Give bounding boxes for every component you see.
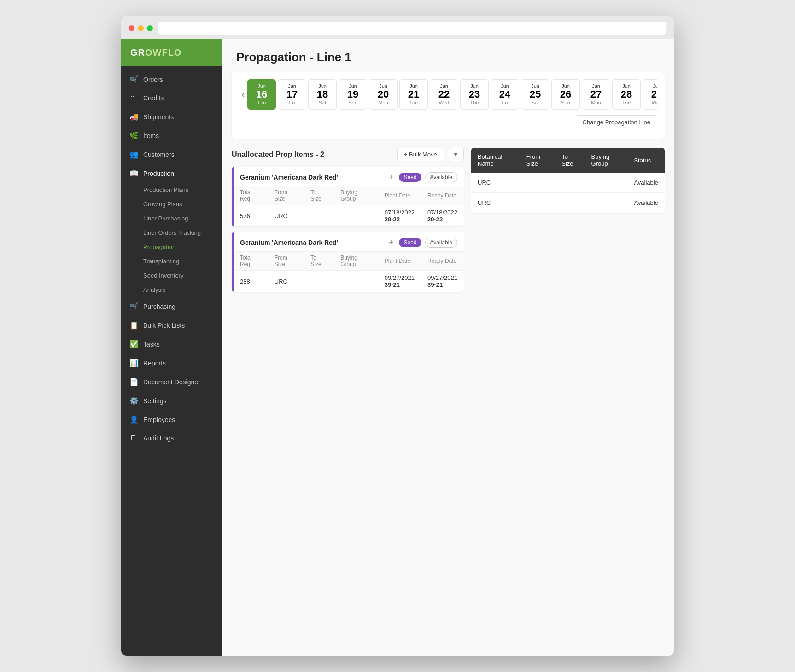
cell-plant-date: 07/18/2022 29-22 [378,205,421,227]
right-cell-buying-group [585,173,628,193]
right-col-buying-group: Buying Group [585,148,628,173]
calendar-day-28[interactable]: Jun 28 Tue [612,79,641,110]
card-2-title: Geranium 'Americana Dark Red' [240,239,338,246]
calendar-day-20[interactable]: Jun 20 Mon [369,79,398,110]
col-plant-date: Plant Date [378,186,421,205]
calendar-day-26[interactable]: Jun 26 Sun [551,79,580,110]
calendar-day-17[interactable]: Jun 17 Fri [278,79,306,110]
bulk-move-button[interactable]: + Bulk Move [397,148,444,161]
subnav-production-plans[interactable]: Production Plans [121,183,222,197]
subnav-analysis[interactable]: Analysis [121,283,222,297]
leaf-icon: 🌿 [129,131,138,140]
right-table-row: URC Available [471,173,665,193]
close-icon[interactable] [129,25,134,31]
filter-button[interactable]: ▼ [448,148,464,161]
cell-from-size-2: URC [268,271,304,292]
calendar-day-24[interactable]: Jun 24 Fri [491,79,519,110]
ready-date-value: 07/18/2022 [427,209,457,216]
calendar-day-21[interactable]: Jun 21 Tue [399,79,428,110]
sidebar-item-audit-logs[interactable]: 🗒 Audit Logs [121,429,222,447]
subnav-liner-orders-tracking[interactable]: Liner Orders Tracking [121,226,222,240]
section-header: Unallocated Prop Items - 2 + Bulk Move ▼ [232,148,464,161]
subnav-transplanting[interactable]: Transplanting [121,254,222,268]
sidebar-item-items[interactable]: 🌿 Items [121,126,222,145]
right-cell-from-size [520,173,555,193]
sidebar-item-bulk-pick-lists[interactable]: 📋 Bulk Pick Lists [121,316,222,335]
plant-date-code: 29-22 [385,216,415,223]
col-to-size-2: To Size [304,252,334,271]
change-propagation-line-button[interactable]: Change Propagation Line [576,115,657,129]
card-2-badge-status: Available [425,238,457,248]
subnav-propagation[interactable]: Propagation [121,240,222,254]
card-1-badge-type: Seed [399,173,421,182]
url-bar[interactable] [158,22,666,35]
sidebar-item-credits[interactable]: 🗂 Credits [121,89,222,107]
truck-icon: 🚚 [129,112,138,121]
card-2-add-button[interactable]: + [387,238,396,248]
cart-icon: 🛒 [129,75,138,84]
sidebar-item-document-designer[interactable]: 📄 Document Designer [121,372,222,391]
subnav-seed-inventory[interactable]: Seed Inventory [121,268,222,283]
calendar-day-29[interactable]: Jun 29 Wed [643,79,657,110]
plant-date-code-2: 39-21 [385,281,415,288]
card-1-table: Total Req From Size To Size Buying Group… [234,186,464,226]
calendar-strip: ‹ Jun 16 Thu Jun 17 Fri Jun 18 Sat Jun 1… [239,79,657,110]
card-1-add-button[interactable]: + [387,173,396,182]
sidebar-item-settings[interactable]: ⚙️ Settings [121,391,222,410]
col-ready-date: Ready Date [421,186,464,205]
page-title: Propagation - Line 1 [236,50,660,64]
col-buying-group: Buying Group [334,186,378,205]
sidebar-item-customers[interactable]: 👥 Customers [121,145,222,164]
calendar-days: Jun 16 Thu Jun 17 Fri Jun 18 Sat Jun 19 … [247,79,657,110]
cell-ready-date: 07/18/2022 29-22 [421,205,464,227]
app-logo: GROWFLO [121,39,222,66]
sidebar-item-shipments[interactable]: 🚚 Shipments [121,107,222,126]
calendar-day-25[interactable]: Jun 25 Sat [521,79,549,110]
calendar-day-19[interactable]: Jun 19 Sun [339,79,367,110]
minimize-icon[interactable] [138,25,144,31]
card-2-header: Geranium 'Americana Dark Red' + Seed Ava… [234,232,464,251]
subnav-growing-plans[interactable]: Growing Plans [121,197,222,211]
person-icon: 👤 [129,415,138,424]
sidebar-item-reports[interactable]: 📊 Reports [121,353,222,372]
card-1-actions: + Seed Available [387,172,457,182]
sidebar-item-tasks[interactable]: ✅ Tasks [121,335,222,353]
col-from-size: From Size [268,186,304,205]
right-col-status: Status [627,148,665,173]
card-1-badge-status: Available [425,172,457,182]
browser-chrome [121,16,674,39]
calendar-day-27[interactable]: Jun 27 Mon [582,79,610,110]
left-panel: Unallocated Prop Items - 2 + Bulk Move ▼… [232,148,464,297]
calendar-day-18[interactable]: Jun 18 Sat [308,79,337,110]
calendar-day-23[interactable]: Jun 23 Thu [460,79,489,110]
subnav-liner-purchasing[interactable]: Liner Purchasing [121,211,222,226]
right-table-header-row: Botanical Name From Size To Size Buying … [471,148,665,173]
main-content: Propagation - Line 1 ‹ Jun 16 Thu Jun 17… [222,39,674,656]
col-buying-group-2: Buying Group [334,252,378,271]
production-subnav: Production Plans Growing Plans Liner Pur… [121,183,222,297]
chart-icon: 📊 [129,359,138,367]
sidebar-item-production[interactable]: 📖 Production [121,164,222,183]
plant-date-value-2: 09/27/2021 [385,274,415,281]
calendar-day-22[interactable]: Jun 22 Wed [430,79,458,110]
calendar-prev-button[interactable]: ‹ [239,86,247,103]
col-ready-date-2: Ready Date [421,252,464,271]
sidebar-item-orders[interactable]: 🛒 Orders [121,70,222,89]
calendar-day-16[interactable]: Jun 16 Thu [247,79,276,110]
sidebar-nav: 🛒 Orders 🗂 Credits 🚚 Shipments 🌿 Items 👥 [121,66,222,656]
card-1-header: Geranium 'Americana Dark Red' + Seed Ava… [234,167,464,186]
right-cell-status: Available [627,173,665,193]
sidebar: GROWFLO 🛒 Orders 🗂 Credits 🚚 Shipments 🌿 [121,39,222,656]
right-col-botanical: Botanical Name [471,148,520,173]
sidebar-item-employees[interactable]: 👤 Employees [121,410,222,429]
sidebar-item-purchasing[interactable]: 🛒 Purchasing [121,297,222,316]
two-col-layout: Unallocated Prop Items - 2 + Bulk Move ▼… [222,148,674,307]
maximize-icon[interactable] [147,25,153,31]
col-to-size: To Size [304,186,334,205]
col-from-size-2: From Size [268,252,304,271]
unallocated-title: Unallocated Prop Items - 2 [232,151,324,159]
table-row: 288 URC 09/27/2021 39-21 09 [234,271,464,292]
cell-buying-group-2 [334,271,378,292]
prop-item-card-2: Geranium 'Americana Dark Red' + Seed Ava… [232,232,464,292]
right-col-from-size: From Size [520,148,555,173]
